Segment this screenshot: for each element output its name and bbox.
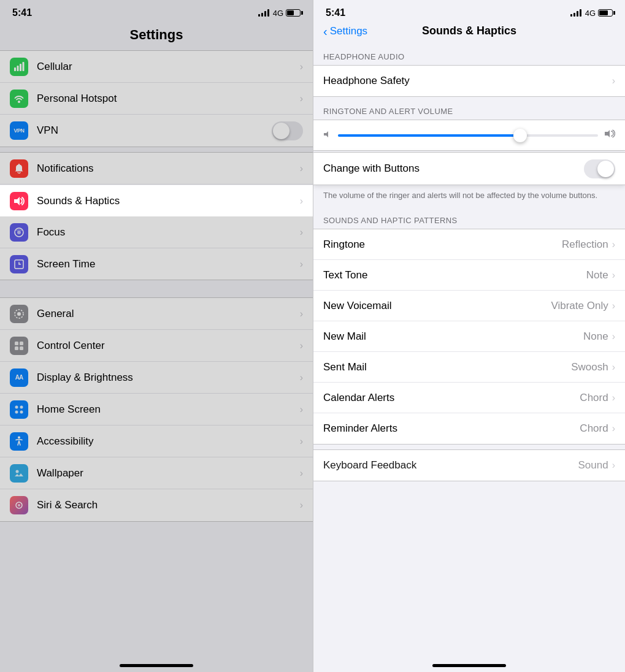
hotspot-icon (10, 90, 28, 108)
svg-marker-23 (605, 130, 610, 137)
focus-chevron: › (300, 227, 303, 238)
wallpaper-label: Wallpaper (37, 467, 296, 479)
ringtone-value: Reflection (562, 239, 608, 251)
sent-mail-item[interactable]: Sent Mail Swoosh › (313, 352, 625, 383)
right-content: HEADPHONE AUDIO Headphone Safety › RINGT… (313, 44, 625, 672)
svg-point-8 (17, 312, 21, 316)
svg-rect-13 (20, 346, 23, 350)
right-signal-icon (570, 9, 581, 17)
headphone-safety-label: Headphone Safety (323, 75, 612, 87)
new-mail-chevron: › (612, 331, 615, 342)
text-tone-label: Text Tone (323, 269, 586, 281)
headphone-safety-item[interactable]: Headphone Safety › (313, 66, 625, 96)
calendar-alerts-value: Chord (580, 392, 608, 404)
headphone-audio-header: HEADPHONE AUDIO (313, 44, 625, 65)
sidebar-item-control-center[interactable]: Control Center › (0, 330, 313, 362)
sounds-icon (10, 192, 28, 210)
control-center-label: Control Center (37, 340, 296, 352)
left-panel: 5:41 4G Settings (0, 0, 313, 672)
sidebar-item-personal-hotspot[interactable]: Personal Hotspot › (0, 83, 313, 115)
left-time: 5:41 (12, 7, 32, 18)
general-icon (10, 305, 28, 323)
calendar-alerts-item[interactable]: Calendar Alerts Chord › (313, 383, 625, 413)
headphone-safety-chevron: › (612, 75, 615, 86)
keyboard-feedback-chevron: › (612, 460, 615, 471)
sounds-patterns-group: Ringtone Reflection › Text Tone Note › N… (313, 229, 625, 445)
wallpaper-icon (10, 464, 28, 483)
svg-point-18 (18, 436, 20, 438)
svg-point-16 (15, 410, 18, 413)
volume-low-icon (323, 130, 332, 140)
svg-marker-22 (324, 131, 328, 137)
svg-point-17 (20, 410, 23, 413)
control-center-icon (10, 337, 28, 355)
hotspot-chevron: › (300, 93, 303, 104)
reminder-alerts-item[interactable]: Reminder Alerts Chord › (313, 413, 625, 444)
new-mail-value: None (583, 330, 608, 343)
sidebar-item-accessibility[interactable]: Accessibility › (0, 426, 313, 457)
settings-group-network: Cellular › Personal Hotspot › VPN (0, 50, 313, 147)
svg-rect-3 (23, 62, 25, 71)
volume-slider-row (313, 120, 625, 151)
sidebar-item-display-brightness[interactable]: AA Display & Brightness › (0, 362, 313, 394)
display-chevron: › (300, 372, 303, 383)
vpn-icon: VPN (10, 121, 28, 140)
sidebar-item-siri-search[interactable]: Siri & Search › (0, 489, 313, 521)
ringtone-label: Ringtone (323, 239, 562, 251)
change-with-buttons-label: Change with Buttons (323, 162, 584, 175)
screen-time-icon (10, 255, 28, 273)
svg-point-6 (17, 231, 21, 234)
sidebar-item-cellular[interactable]: Cellular › (0, 51, 313, 83)
volume-slider[interactable] (338, 134, 598, 137)
left-home-indicator (120, 664, 193, 667)
back-button[interactable]: ‹ Settings (323, 25, 367, 37)
text-tone-item[interactable]: Text Tone Note › (313, 260, 625, 291)
back-chevron-icon: ‹ (323, 25, 328, 37)
keyboard-feedback-label: Keyboard Feedback (323, 459, 578, 472)
svg-point-14 (15, 405, 18, 408)
vpn-toggle[interactable] (272, 121, 303, 140)
svg-rect-1 (17, 66, 19, 71)
svg-rect-11 (20, 342, 23, 345)
right-panel: 5:41 4G ‹ Settings Sounds & Haptics HEAD… (313, 0, 625, 672)
cellular-chevron: › (300, 61, 303, 72)
keyboard-feedback-group: Keyboard Feedback Sound › (313, 449, 625, 481)
svg-rect-0 (14, 67, 16, 71)
sent-mail-label: Sent Mail (323, 361, 571, 373)
keyboard-feedback-item[interactable]: Keyboard Feedback Sound › (313, 450, 625, 481)
siri-chevron: › (300, 500, 303, 511)
sidebar-item-vpn[interactable]: VPN VPN (0, 115, 313, 147)
right-time: 5:41 (326, 7, 345, 18)
right-status-bar: 5:41 4G (313, 0, 625, 22)
svg-marker-5 (14, 197, 20, 205)
text-tone-chevron: › (612, 270, 615, 281)
change-with-buttons-toggle[interactable] (584, 159, 615, 178)
svg-point-19 (16, 470, 19, 473)
sidebar-item-notifications[interactable]: Notifications › (0, 153, 313, 185)
cellular-label: Cellular (37, 61, 296, 73)
change-with-buttons-row[interactable]: Change with Buttons (313, 152, 625, 185)
keyboard-feedback-value: Sound (578, 459, 608, 472)
accessibility-icon (10, 432, 28, 451)
signal-icon (258, 9, 269, 17)
sidebar-item-home-screen[interactable]: Home Screen › (0, 394, 313, 426)
home-screen-label: Home Screen (37, 403, 296, 416)
new-mail-item[interactable]: New Mail None › (313, 321, 625, 352)
sidebar-item-wallpaper[interactable]: Wallpaper › (0, 457, 313, 489)
ringtone-item[interactable]: Ringtone Reflection › (313, 229, 625, 260)
headphone-safety-group: Headphone Safety › (313, 65, 625, 97)
control-center-chevron: › (300, 340, 303, 351)
new-voicemail-item[interactable]: New Voicemail Vibrate Only › (313, 291, 625, 321)
sidebar-item-general[interactable]: General › (0, 298, 313, 330)
back-label: Settings (330, 25, 367, 37)
new-voicemail-chevron: › (612, 300, 615, 311)
sidebar-item-sounds-haptics[interactable]: Sounds & Haptics › (0, 185, 313, 216)
hotspot-label: Personal Hotspot (37, 93, 296, 105)
sidebar-item-screen-time[interactable]: Screen Time › (0, 248, 313, 280)
cellular-icon (10, 58, 28, 76)
sidebar-item-focus[interactable]: Focus › (0, 216, 313, 248)
vpn-label: VPN (37, 124, 268, 137)
svg-point-21 (18, 504, 20, 506)
right-nav-bar: ‹ Settings Sounds & Haptics (313, 22, 625, 44)
display-icon: AA (10, 368, 28, 387)
